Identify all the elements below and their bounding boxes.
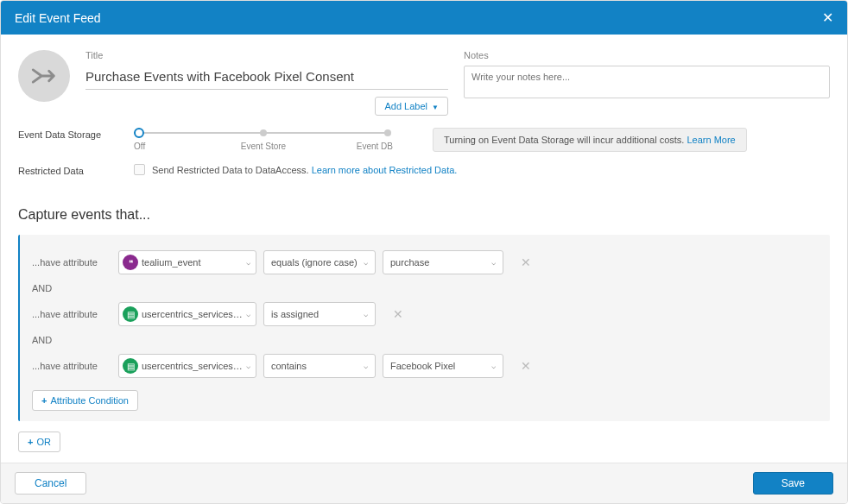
operator-select-2[interactable]: is assigned ⌵ — [263, 302, 376, 326]
feed-icon — [18, 50, 70, 102]
remove-rule-icon[interactable]: ✕ — [521, 359, 531, 373]
string-type-icon: ❝ — [123, 255, 138, 270]
remove-rule-icon[interactable]: ✕ — [393, 307, 403, 321]
modal-header: Edit Event Feed ✕ — [1, 1, 847, 35]
chevron-down-icon: ▼ — [432, 104, 439, 111]
restricted-checkbox[interactable] — [134, 164, 145, 175]
slider-mid-label: Event Store — [237, 142, 289, 151]
chevron-down-icon: ⌵ — [246, 362, 250, 370]
add-or-button[interactable]: + OR — [18, 432, 60, 452]
save-button[interactable]: Save — [753, 472, 833, 495]
attribute-select-2[interactable]: ▤ usercentrics_services_with_... ⌵ — [118, 302, 256, 326]
capture-section-title: Capture events that... — [18, 207, 830, 223]
storage-warning: Turning on Event Data Storage will incur… — [433, 128, 747, 152]
plus-icon: + — [41, 395, 47, 406]
restricted-label: Restricted Data — [18, 164, 122, 176]
cancel-button[interactable]: Cancel — [15, 472, 86, 495]
rule-row-2: ...have attribute ▤ usercentrics_service… — [32, 302, 818, 326]
attribute-select-1[interactable]: ❝ tealium_event ⌵ — [118, 250, 256, 274]
and-label: AND — [32, 335, 818, 345]
rule-row-1: ...have attribute ❝ tealium_event ⌵ equa… — [32, 250, 818, 274]
chevron-down-icon: ⌵ — [246, 258, 250, 267]
remove-rule-icon[interactable]: ✕ — [521, 255, 531, 269]
chevron-down-icon: ⌵ — [364, 362, 368, 370]
rule-row-3: ...have attribute ▤ usercentrics_service… — [32, 354, 818, 378]
notes-textarea[interactable] — [464, 66, 830, 98]
restricted-learn-more-link[interactable]: Learn more about Restricted Data. — [312, 165, 458, 175]
and-label: AND — [32, 283, 818, 293]
chevron-down-icon: ⌵ — [491, 362, 496, 370]
storage-slider[interactable] — [134, 129, 393, 136]
chevron-down-icon: ⌵ — [491, 258, 496, 267]
attribute-select-3[interactable]: ▤ usercentrics_services_with_... ⌵ — [118, 354, 256, 378]
add-attribute-condition-button[interactable]: + Attribute Condition — [32, 390, 138, 411]
close-icon[interactable]: ✕ — [822, 9, 833, 26]
title-input[interactable] — [85, 66, 448, 90]
chevron-down-icon: ⌵ — [246, 310, 250, 318]
operator-select-3[interactable]: contains ⌵ — [263, 354, 376, 378]
plus-icon: + — [28, 437, 33, 447]
rules-container: ...have attribute ❝ tealium_event ⌵ equa… — [18, 235, 830, 421]
array-type-icon: ▤ — [123, 358, 138, 374]
notes-label: Notes — [464, 50, 830, 60]
storage-label: Event Data Storage — [18, 128, 122, 140]
value-select-3[interactable]: Facebook Pixel ⌵ — [383, 354, 503, 378]
add-label-button[interactable]: Add Label ▼ — [375, 97, 448, 116]
chevron-down-icon: ⌵ — [364, 258, 368, 267]
value-select-1[interactable]: purchase ⌵ — [383, 250, 503, 274]
slider-off-label: Off — [134, 142, 186, 151]
slider-handle[interactable] — [134, 128, 144, 138]
modal-title: Edit Event Feed — [15, 11, 101, 25]
operator-select-1[interactable]: equals (ignore case) ⌵ — [263, 250, 376, 274]
chevron-down-icon: ⌵ — [364, 310, 368, 318]
learn-more-link[interactable]: Learn More — [687, 135, 735, 145]
title-label: Title — [85, 50, 448, 60]
array-type-icon: ▤ — [123, 306, 138, 322]
slider-right-label: Event DB — [341, 142, 393, 151]
